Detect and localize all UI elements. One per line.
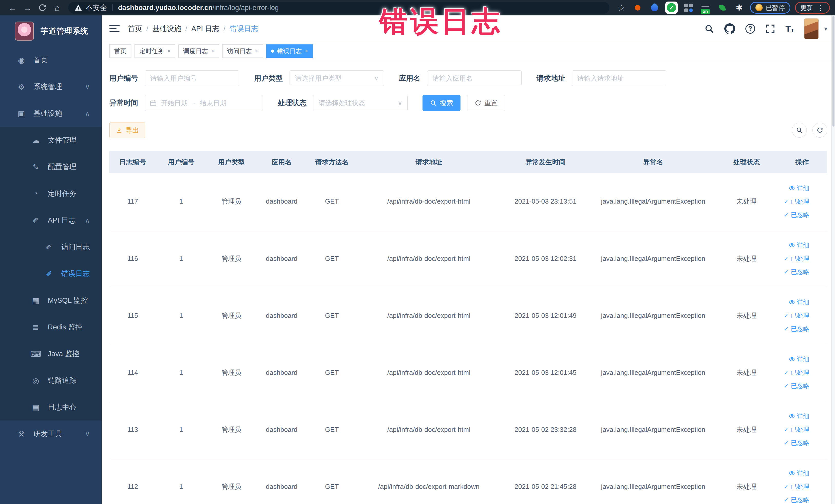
sidebar-item-system-management[interactable]: ⚙ 系统管理 ∨ (0, 74, 102, 100)
extension-icon-leaf[interactable] (716, 2, 729, 14)
close-icon[interactable]: × (211, 48, 214, 55)
app-name-label: 应用名 (399, 74, 421, 83)
scrollbar[interactable] (831, 15, 835, 504)
extensions-puzzle-icon[interactable]: ✱ (733, 2, 746, 14)
chrome-update-button[interactable]: 更新 ⋮ (795, 2, 830, 14)
detail-link[interactable]: 详细 (777, 296, 809, 309)
breadcrumb-infrastructure[interactable]: 基础设施 (152, 24, 181, 34)
detail-link[interactable]: 详细 (777, 352, 809, 366)
reset-button[interactable]: 重置 (467, 95, 505, 111)
font-size-icon[interactable]: TT (786, 24, 794, 34)
breadcrumb-api-logs[interactable]: API 日志 (191, 24, 220, 34)
sidebar-item-scheduled-tasks[interactable]: ◔ 定时任务 (0, 180, 102, 207)
tab-scheduled-tasks[interactable]: 定时任务 × (135, 44, 175, 58)
forward-icon[interactable]: → (20, 3, 35, 13)
sidebar-item-access-log[interactable]: ✐ 访问日志 (0, 234, 102, 260)
close-icon[interactable]: × (305, 48, 308, 55)
tab-error-log[interactable]: 错误日志 × (266, 44, 313, 58)
address-bar[interactable]: 不安全 dashboard.yudao.iocoder.cn/infra/log… (68, 2, 609, 14)
sidebar-item-infrastructure[interactable]: ▣ 基础设施 ∧ (0, 100, 102, 127)
user-type-select[interactable]: 请选择用户类型 ∨ (289, 70, 384, 86)
sidebar-toggle-icon[interactable] (109, 25, 120, 32)
tab-schedule-log[interactable]: 调度日志 × (178, 44, 219, 58)
avatar[interactable] (804, 19, 819, 39)
table-row: 114 1 管理员 dashboard GET /api/infra/db-do… (109, 344, 827, 401)
sidebar-item-java-monitor[interactable]: ⌨ Java 监控 (0, 340, 102, 367)
help-icon[interactable]: ? (746, 24, 755, 34)
fullscreen-icon[interactable] (766, 24, 775, 34)
mark-ignored-link[interactable]: ✓已忽略 (777, 322, 809, 336)
detail-link[interactable]: 详细 (777, 409, 809, 423)
mark-processed-link[interactable]: ✓已处理 (777, 480, 809, 493)
reload-icon[interactable] (35, 3, 50, 12)
breadcrumb-home[interactable]: 首页 (128, 24, 142, 34)
extension-icon-blue-pin[interactable] (648, 2, 661, 14)
bookmark-star-icon[interactable]: ☆ (616, 3, 627, 13)
sidebar-item-redis-monitor[interactable]: ≣ Redis 监控 (0, 314, 102, 340)
app-name-input[interactable] (427, 70, 522, 86)
sidebar-item-config-management[interactable]: ✎ 配置管理 (0, 154, 102, 180)
extension-icon-switch[interactable]: on (699, 2, 712, 14)
date-range-picker[interactable]: 开始日期 ~ 结束日期 (145, 95, 263, 111)
refresh-icon (475, 100, 481, 106)
toggle-search-button[interactable] (792, 123, 807, 138)
sidebar-item-label: 访问日志 (61, 242, 90, 252)
app-logo-row[interactable]: 芋道管理系统 (0, 15, 102, 47)
mark-ignored-link[interactable]: ✓已忽略 (777, 265, 809, 279)
sidebar-item-api-logs[interactable]: ✐ API 日志 ∧ (0, 207, 102, 234)
scrollbar-thumb[interactable] (832, 16, 834, 126)
sidebar-item-trace[interactable]: ◎ 链路追踪 (0, 367, 102, 394)
request-url-input[interactable] (572, 70, 666, 86)
mark-ignored-link[interactable]: ✓已忽略 (777, 436, 809, 449)
search-icon[interactable] (704, 24, 714, 34)
detail-link[interactable]: 详细 (777, 466, 809, 480)
close-icon[interactable]: × (167, 48, 170, 55)
document-edit-icon: ✐ (44, 243, 55, 251)
browser-menu-icon[interactable]: ⋮ (817, 3, 824, 12)
back-icon[interactable]: ← (5, 3, 20, 13)
sidebar-item-dev-tools[interactable]: ⚒ 研发工具 ∨ (0, 421, 102, 447)
check-icon: ✓ (784, 195, 789, 208)
start-date-placeholder: 开始日期 (161, 99, 188, 107)
user-id-input[interactable] (145, 70, 239, 86)
mark-ignored-link[interactable]: ✓已忽略 (777, 379, 809, 392)
sidebar-item-label: Java 监控 (48, 349, 79, 359)
detail-link[interactable]: 详细 (777, 239, 809, 252)
search-button[interactable]: 搜索 (423, 95, 461, 111)
table-toolbar: 导出 (109, 122, 827, 138)
github-icon[interactable] (725, 23, 735, 34)
sidebar-item-log-center[interactable]: ▤ 日志中心 (0, 394, 102, 421)
mark-ignored-link[interactable]: ✓已忽略 (777, 208, 809, 222)
mark-ignored-link[interactable]: ✓已忽略 (777, 493, 809, 504)
process-status-label: 处理状态 (278, 98, 306, 108)
caret-down-icon[interactable]: ▾ (824, 25, 827, 32)
request-url-label: 请求地址 (536, 74, 565, 83)
tab-access-log[interactable]: 访问日志 × (222, 44, 263, 58)
sidebar-item-mysql-monitor[interactable]: ▦ MySQL 监控 (0, 287, 102, 314)
extension-icon-green-check[interactable]: ✓ (665, 2, 678, 14)
exception-time-label: 异常时间 (109, 98, 138, 108)
mark-processed-link[interactable]: ✓已处理 (777, 366, 809, 379)
eye-icon: ◎ (30, 376, 41, 385)
profile-paused-chip[interactable]: 已暂停 (750, 2, 790, 14)
refresh-table-button[interactable] (812, 123, 827, 138)
mark-processed-link[interactable]: ✓已处理 (777, 423, 809, 436)
tags-view-bar: 首页 定时任务 × 调度日志 × 访问日志 × 错误日志 × (102, 42, 835, 60)
process-status-select[interactable]: 请选择处理状态 ∨ (313, 95, 408, 111)
tab-home[interactable]: 首页 (109, 44, 131, 58)
sidebar-item-home[interactable]: ◉ 首页 (0, 47, 102, 74)
extension-icon-grid[interactable] (682, 2, 695, 14)
sidebar-item-error-log[interactable]: ✐ 错误日志 (0, 260, 102, 287)
home-icon[interactable]: ⌂ (50, 3, 65, 13)
sidebar-item-file-management[interactable]: ☁ 文件管理 (0, 127, 102, 154)
check-icon: ✓ (784, 252, 789, 265)
chevron-up-icon: ∧ (85, 217, 90, 224)
detail-link[interactable]: 详细 (777, 182, 809, 195)
mark-processed-link[interactable]: ✓已处理 (777, 195, 809, 208)
extension-icon-orange[interactable] (631, 2, 644, 14)
mark-processed-link[interactable]: ✓已处理 (777, 252, 809, 265)
mark-processed-link[interactable]: ✓已处理 (777, 309, 809, 322)
refresh-icon (816, 127, 823, 134)
close-icon[interactable]: × (255, 48, 258, 55)
export-button[interactable]: 导出 (109, 122, 145, 138)
